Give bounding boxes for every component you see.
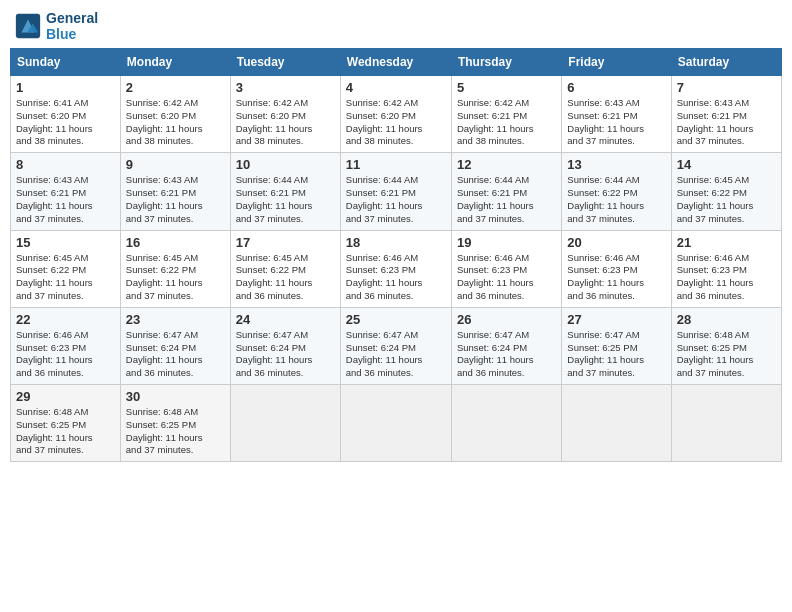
calendar-cell: 23Sunrise: 6:47 AMSunset: 6:24 PMDayligh… [120,307,230,384]
calendar-cell: 4Sunrise: 6:42 AMSunset: 6:20 PMDaylight… [340,76,451,153]
calendar-cell: 7Sunrise: 6:43 AMSunset: 6:21 PMDaylight… [671,76,781,153]
day-info: Sunrise: 6:44 AMSunset: 6:21 PMDaylight:… [236,174,335,225]
day-info: Sunrise: 6:43 AMSunset: 6:21 PMDaylight:… [567,97,665,148]
calendar-cell [562,385,671,462]
day-number: 5 [457,80,556,95]
weekday-header-sunday: Sunday [11,49,121,76]
day-info: Sunrise: 6:42 AMSunset: 6:20 PMDaylight:… [346,97,446,148]
calendar-cell [340,385,451,462]
day-info: Sunrise: 6:48 AMSunset: 6:25 PMDaylight:… [677,329,776,380]
weekday-header-wednesday: Wednesday [340,49,451,76]
calendar-cell: 12Sunrise: 6:44 AMSunset: 6:21 PMDayligh… [451,153,561,230]
day-number: 7 [677,80,776,95]
calendar-week-row: 8Sunrise: 6:43 AMSunset: 6:21 PMDaylight… [11,153,782,230]
weekday-header-thursday: Thursday [451,49,561,76]
day-info: Sunrise: 6:46 AMSunset: 6:23 PMDaylight:… [457,252,556,303]
day-info: Sunrise: 6:46 AMSunset: 6:23 PMDaylight:… [567,252,665,303]
day-info: Sunrise: 6:45 AMSunset: 6:22 PMDaylight:… [126,252,225,303]
calendar-cell: 25Sunrise: 6:47 AMSunset: 6:24 PMDayligh… [340,307,451,384]
logo-icon [14,12,42,40]
calendar-cell: 27Sunrise: 6:47 AMSunset: 6:25 PMDayligh… [562,307,671,384]
day-info: Sunrise: 6:43 AMSunset: 6:21 PMDaylight:… [16,174,115,225]
header: General Blue [10,10,782,42]
weekday-header-friday: Friday [562,49,671,76]
day-info: Sunrise: 6:42 AMSunset: 6:20 PMDaylight:… [126,97,225,148]
weekday-header-saturday: Saturday [671,49,781,76]
weekday-header-tuesday: Tuesday [230,49,340,76]
day-number: 20 [567,235,665,250]
day-number: 11 [346,157,446,172]
day-number: 4 [346,80,446,95]
day-info: Sunrise: 6:42 AMSunset: 6:21 PMDaylight:… [457,97,556,148]
calendar-cell: 30Sunrise: 6:48 AMSunset: 6:25 PMDayligh… [120,385,230,462]
day-number: 13 [567,157,665,172]
day-info: Sunrise: 6:47 AMSunset: 6:25 PMDaylight:… [567,329,665,380]
calendar-cell: 17Sunrise: 6:45 AMSunset: 6:22 PMDayligh… [230,230,340,307]
day-number: 28 [677,312,776,327]
day-info: Sunrise: 6:45 AMSunset: 6:22 PMDaylight:… [236,252,335,303]
day-number: 3 [236,80,335,95]
day-info: Sunrise: 6:41 AMSunset: 6:20 PMDaylight:… [16,97,115,148]
day-info: Sunrise: 6:48 AMSunset: 6:25 PMDaylight:… [126,406,225,457]
calendar-cell: 13Sunrise: 6:44 AMSunset: 6:22 PMDayligh… [562,153,671,230]
calendar-cell: 22Sunrise: 6:46 AMSunset: 6:23 PMDayligh… [11,307,121,384]
day-number: 30 [126,389,225,404]
day-number: 23 [126,312,225,327]
day-info: Sunrise: 6:44 AMSunset: 6:22 PMDaylight:… [567,174,665,225]
day-number: 10 [236,157,335,172]
day-number: 19 [457,235,556,250]
day-number: 9 [126,157,225,172]
day-number: 26 [457,312,556,327]
logo: General Blue [14,10,98,42]
day-number: 29 [16,389,115,404]
day-info: Sunrise: 6:45 AMSunset: 6:22 PMDaylight:… [677,174,776,225]
day-number: 2 [126,80,225,95]
day-info: Sunrise: 6:43 AMSunset: 6:21 PMDaylight:… [126,174,225,225]
calendar-cell: 8Sunrise: 6:43 AMSunset: 6:21 PMDaylight… [11,153,121,230]
calendar-cell: 24Sunrise: 6:47 AMSunset: 6:24 PMDayligh… [230,307,340,384]
calendar-cell: 21Sunrise: 6:46 AMSunset: 6:23 PMDayligh… [671,230,781,307]
day-info: Sunrise: 6:47 AMSunset: 6:24 PMDaylight:… [126,329,225,380]
day-number: 18 [346,235,446,250]
day-info: Sunrise: 6:47 AMSunset: 6:24 PMDaylight:… [346,329,446,380]
calendar-week-row: 29Sunrise: 6:48 AMSunset: 6:25 PMDayligh… [11,385,782,462]
calendar-cell: 1Sunrise: 6:41 AMSunset: 6:20 PMDaylight… [11,76,121,153]
calendar-cell: 9Sunrise: 6:43 AMSunset: 6:21 PMDaylight… [120,153,230,230]
calendar-cell: 11Sunrise: 6:44 AMSunset: 6:21 PMDayligh… [340,153,451,230]
calendar-cell: 3Sunrise: 6:42 AMSunset: 6:20 PMDaylight… [230,76,340,153]
day-info: Sunrise: 6:46 AMSunset: 6:23 PMDaylight:… [16,329,115,380]
day-number: 22 [16,312,115,327]
calendar-cell: 15Sunrise: 6:45 AMSunset: 6:22 PMDayligh… [11,230,121,307]
day-info: Sunrise: 6:44 AMSunset: 6:21 PMDaylight:… [457,174,556,225]
calendar-cell: 6Sunrise: 6:43 AMSunset: 6:21 PMDaylight… [562,76,671,153]
calendar-table: SundayMondayTuesdayWednesdayThursdayFrid… [10,48,782,462]
day-number: 27 [567,312,665,327]
day-number: 12 [457,157,556,172]
day-info: Sunrise: 6:46 AMSunset: 6:23 PMDaylight:… [677,252,776,303]
day-number: 25 [346,312,446,327]
day-number: 17 [236,235,335,250]
calendar-week-row: 1Sunrise: 6:41 AMSunset: 6:20 PMDaylight… [11,76,782,153]
day-info: Sunrise: 6:47 AMSunset: 6:24 PMDaylight:… [457,329,556,380]
calendar-cell: 26Sunrise: 6:47 AMSunset: 6:24 PMDayligh… [451,307,561,384]
day-number: 24 [236,312,335,327]
calendar-cell: 5Sunrise: 6:42 AMSunset: 6:21 PMDaylight… [451,76,561,153]
day-number: 16 [126,235,225,250]
calendar-cell: 29Sunrise: 6:48 AMSunset: 6:25 PMDayligh… [11,385,121,462]
weekday-header-row: SundayMondayTuesdayWednesdayThursdayFrid… [11,49,782,76]
day-number: 1 [16,80,115,95]
day-number: 21 [677,235,776,250]
day-number: 6 [567,80,665,95]
logo-text: General Blue [46,10,98,42]
calendar-cell: 28Sunrise: 6:48 AMSunset: 6:25 PMDayligh… [671,307,781,384]
calendar-cell [230,385,340,462]
day-number: 15 [16,235,115,250]
day-info: Sunrise: 6:48 AMSunset: 6:25 PMDaylight:… [16,406,115,457]
day-info: Sunrise: 6:45 AMSunset: 6:22 PMDaylight:… [16,252,115,303]
day-info: Sunrise: 6:44 AMSunset: 6:21 PMDaylight:… [346,174,446,225]
calendar-cell: 16Sunrise: 6:45 AMSunset: 6:22 PMDayligh… [120,230,230,307]
day-info: Sunrise: 6:43 AMSunset: 6:21 PMDaylight:… [677,97,776,148]
day-info: Sunrise: 6:47 AMSunset: 6:24 PMDaylight:… [236,329,335,380]
calendar-cell: 18Sunrise: 6:46 AMSunset: 6:23 PMDayligh… [340,230,451,307]
day-info: Sunrise: 6:46 AMSunset: 6:23 PMDaylight:… [346,252,446,303]
